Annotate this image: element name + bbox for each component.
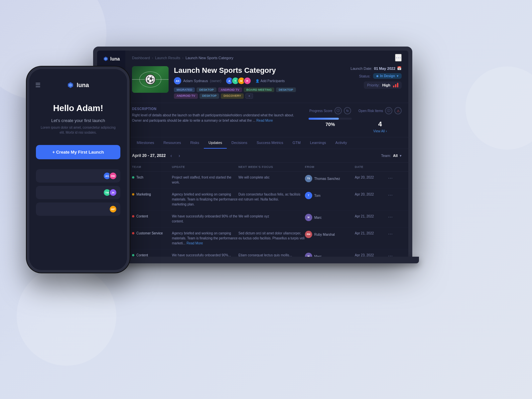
hamburger-icon[interactable]: ☰	[35, 81, 41, 89]
date-cell: Apr 21, 2022	[355, 214, 388, 219]
phone-logo: luna	[66, 81, 89, 89]
tab-resources[interactable]: Resources	[159, 137, 186, 149]
more-options-button[interactable]: ⋯	[395, 54, 402, 62]
chevron-right-icon: ›	[386, 129, 387, 133]
team-name: Customer Service	[136, 231, 163, 236]
from-name: Marc	[314, 254, 322, 257]
team-name: Content	[136, 214, 148, 219]
from-cell: RM Ruby Marshal	[305, 231, 355, 238]
table-row[interactable]: Content We have successfully onboarded 9…	[125, 249, 408, 257]
project-meta: AS Adam Sydnaus (owner) A T M R	[174, 77, 330, 85]
progress-header: Progress Score ⓘ ↻	[310, 107, 351, 114]
update-cell: Agency briefed and working on camping ma…	[172, 192, 238, 207]
description-title: Description	[132, 107, 302, 111]
priority-bar-1	[393, 85, 394, 87]
team-name: Marketing	[136, 192, 151, 197]
read-more-link[interactable]: Read More	[256, 119, 273, 122]
progress-section: Progress Score ⓘ ↻ 70%	[309, 107, 352, 133]
risk-info-icon[interactable]: ⓘ	[385, 107, 392, 114]
priority-row: Priority: High	[364, 81, 402, 89]
tab-risks[interactable]: Risks	[186, 137, 204, 149]
from-avatar: RM	[305, 231, 312, 238]
breadcrumb-dashboard[interactable]: Dashboard	[132, 56, 150, 60]
status-value: In Design	[380, 74, 395, 78]
soccer-ball-icon: ⚽	[145, 74, 156, 85]
risk-header: Open Risk Items ⓘ ⚠	[358, 107, 402, 114]
row-more-button[interactable]: ⋯	[388, 231, 398, 238]
add-participants-button[interactable]: 👤 Add Participants	[255, 79, 285, 83]
avatar-stack: TM JK	[103, 189, 117, 197]
date-cell: Apr 20, 2022	[355, 175, 388, 180]
priority-label: Priority:	[367, 83, 379, 87]
table-row[interactable]: Content We have successfully onboarded 9…	[125, 210, 408, 227]
main-content: Dashboard › Launch Results › Launch New …	[125, 51, 408, 257]
date-cell: Apr 23, 2022	[355, 253, 388, 257]
status-badge[interactable]: In Design ▾	[373, 73, 402, 79]
tag-android-tv-1[interactable]: ANDROID TV	[218, 87, 242, 92]
create-first-launch-button[interactable]: + Create My First Launch	[36, 145, 120, 159]
tab-learnings[interactable]: Learnings	[305, 137, 331, 149]
from-name: Thomas Sanchez	[314, 176, 340, 181]
focus-cell: We will complete xyz	[238, 214, 305, 219]
tag-android-tv-2[interactable]: ANDROID TV	[174, 93, 198, 99]
from-inner: T Tom	[305, 192, 355, 199]
participant-avatar: R	[243, 77, 251, 85]
tag-discovery[interactable]: DISCOVERY	[221, 93, 244, 99]
phone-notch	[62, 69, 95, 76]
laptop-shell: luna + New Launch 🔍 results results ures…	[93, 47, 412, 257]
row-more-button[interactable]: ⋯	[388, 175, 398, 182]
th-focus: NEXT WEEK'S FOCUS	[238, 165, 305, 169]
tab-updates[interactable]: Updates	[204, 137, 227, 149]
from-inner: RM Ruby Marshal	[305, 231, 355, 238]
breadcrumb-launch-results[interactable]: Launch Results	[155, 56, 181, 60]
tab-activity[interactable]: Activity	[331, 137, 352, 149]
tag-board-meeting[interactable]: BOARD MEETING	[244, 87, 275, 92]
tag-desktop-2[interactable]: DESKTOP	[276, 87, 296, 92]
from-inner: M Marc	[305, 214, 355, 221]
tag-add-button[interactable]: +	[245, 93, 253, 99]
th-team: TEAM	[132, 165, 172, 169]
phone-shell: ☰ luna Hello Adam! Let's create your fir…	[27, 66, 130, 273]
week-prev-button[interactable]: ‹	[168, 152, 174, 159]
progress-refresh-icon[interactable]: ↻	[344, 107, 351, 114]
progress-label: Progress Score	[310, 109, 332, 113]
phone-lorem-text: Lorem ipsum dolor sit amet, consectetur …	[36, 125, 120, 135]
breadcrumb-sep-1: ›	[152, 56, 153, 60]
tab-decisions[interactable]: Decisions	[227, 137, 252, 149]
from-cell: T Tom	[305, 192, 355, 199]
tag-desktop-1[interactable]: DESKTOP	[197, 87, 216, 92]
view-all-link[interactable]: View All ›	[373, 129, 387, 133]
focus-cell: We will complete abc	[238, 175, 305, 180]
team-status-dot	[132, 215, 134, 217]
progress-info-icon[interactable]: ⓘ	[334, 107, 342, 114]
avatar: JK	[109, 189, 117, 197]
owner-avatar: AS	[174, 77, 181, 84]
team-cell: Content	[132, 214, 172, 219]
tab-milestones[interactable]: Milestones	[132, 137, 159, 149]
updates-table: TEAM UPDATE NEXT WEEK'S FOCUS FROM DATE	[125, 163, 408, 257]
progress-percentage: 70%	[326, 122, 335, 127]
update-cell: Project well staffed, front end started …	[172, 175, 238, 185]
team-name-cell: Customer Service	[132, 231, 172, 236]
phone-list-item: AS RB	[36, 169, 120, 183]
phone-list-item: MP	[36, 202, 120, 216]
week-next-button[interactable]: ›	[177, 152, 182, 159]
tag-desktop-3[interactable]: DESKTOP	[200, 93, 219, 99]
table-row[interactable]: Customer Service Agency briefed and work…	[125, 227, 408, 249]
tab-success-metrics[interactable]: Success Metrics	[252, 137, 288, 149]
team-name-cell: Marketing	[132, 192, 172, 197]
team-filter-chevron[interactable]: ▾	[400, 154, 402, 158]
row-more-button[interactable]: ⋯	[388, 253, 398, 257]
sidebar-logo-icon	[103, 56, 109, 62]
tab-gtm[interactable]: GTM	[288, 137, 305, 149]
priority-bar-3	[397, 83, 398, 87]
update-cell: We have successfully onboarded 90%...	[172, 253, 238, 257]
table-row[interactable]: Marketing Agency briefed and working on …	[125, 189, 408, 210]
row-more-button[interactable]: ⋯	[388, 214, 398, 221]
table-row[interactable]: Tech Project well staffed, front end sta…	[125, 172, 408, 189]
sidebar-logo-text: luna	[110, 56, 120, 62]
tag-migrated[interactable]: MIGRATED	[174, 87, 195, 92]
update-read-more[interactable]: Read More	[187, 241, 203, 245]
phone-device: ☰ luna Hello Adam! Let's create your fir…	[27, 66, 130, 273]
row-more-button[interactable]: ⋯	[388, 192, 398, 199]
